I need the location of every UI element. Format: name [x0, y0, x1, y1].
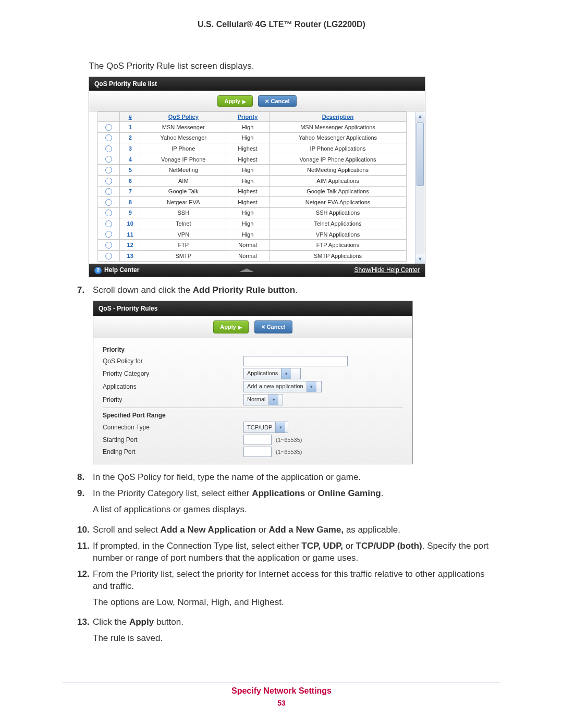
col-num[interactable]: #: [119, 112, 141, 121]
row-radio[interactable]: [98, 251, 120, 262]
button-bar: Apply▶ ✕Cancel: [93, 316, 412, 338]
col-select: [98, 112, 120, 121]
row-number[interactable]: 4: [119, 154, 141, 165]
row-policy: FTP: [141, 240, 226, 251]
row-number[interactable]: 10: [119, 218, 141, 229]
step-12-text: From the Priority list, select the prior…: [93, 569, 500, 613]
qos-policy-for-input[interactable]: [243, 356, 348, 366]
footer-divider: [63, 683, 500, 683]
row-number[interactable]: 9: [119, 207, 141, 218]
row-description: Vonage IP Phone Applications: [269, 154, 406, 165]
row-radio[interactable]: [98, 240, 120, 251]
row-description: SSH Applications: [269, 207, 406, 218]
table-row: 2Yahoo MessengerHighYahoo Messenger Appl…: [98, 132, 407, 143]
col-policy[interactable]: QoS Policy: [141, 112, 226, 121]
row-policy: SSH: [141, 207, 226, 218]
row-description: VPN Applications: [269, 229, 406, 240]
table-row: 8Netgear EVAHighestNetgear EVA Applicati…: [98, 197, 407, 208]
row-number[interactable]: 3: [119, 143, 141, 154]
row-policy: AIM: [141, 175, 226, 186]
col-priority[interactable]: Priority: [226, 112, 270, 121]
step-12-number: 12.: [77, 569, 93, 613]
row-policy: Telnet: [141, 218, 226, 229]
col-description[interactable]: Description: [269, 112, 406, 121]
row-radio[interactable]: [98, 218, 120, 229]
row-radio[interactable]: [98, 207, 120, 218]
row-number[interactable]: 7: [119, 186, 141, 197]
row-policy: VPN: [141, 229, 226, 240]
row-description: IP Phone Applications: [269, 143, 406, 154]
scroll-track[interactable]: [415, 121, 425, 254]
cancel-button[interactable]: ✕Cancel: [254, 320, 292, 334]
apply-arrow-icon: ▶: [238, 325, 242, 330]
row-radio[interactable]: [98, 186, 120, 197]
connection-type-select[interactable]: TCP/UDP▾: [243, 422, 288, 433]
priority-category-select[interactable]: Applications▾: [243, 368, 301, 379]
table-row: 4Vonage IP PhoneHighestVonage IP Phone A…: [98, 154, 407, 165]
row-priority: Highest: [226, 197, 270, 208]
row-policy: Netgear EVA: [141, 197, 226, 208]
row-radio[interactable]: [98, 165, 120, 176]
step-7-number: 7.: [77, 285, 93, 297]
label-priority-category: Priority Category: [103, 369, 243, 378]
row-number[interactable]: 12: [119, 240, 141, 251]
apply-button[interactable]: Apply▶: [217, 95, 253, 107]
row-radio[interactable]: [98, 229, 120, 240]
row-number[interactable]: 2: [119, 132, 141, 143]
show-hide-help-link[interactable]: Show/Hide Help Center: [354, 266, 420, 274]
row-number[interactable]: 8: [119, 197, 141, 208]
row-number[interactable]: 6: [119, 175, 141, 186]
row-radio[interactable]: [98, 154, 120, 165]
ending-port-input[interactable]: [243, 447, 272, 457]
row-radio[interactable]: [98, 197, 120, 208]
row-radio[interactable]: [98, 143, 120, 154]
scroll-up-icon[interactable]: ▲: [415, 112, 425, 121]
row-number[interactable]: 13: [119, 251, 141, 262]
table-row: 12FTPNormalFTP Applications: [98, 240, 407, 251]
step-8-number: 8.: [77, 472, 93, 484]
chevron-down-icon: ▾: [268, 394, 278, 405]
priority-select[interactable]: Normal▾: [243, 394, 283, 405]
row-priority: Normal: [226, 240, 270, 251]
scroll-down-icon[interactable]: ▼: [415, 254, 425, 264]
row-policy: NetMeeting: [141, 165, 226, 176]
apply-button[interactable]: Apply▶: [213, 320, 249, 334]
table-row: 1MSN MessengerHighMSN Messenger Applicat…: [98, 121, 407, 132]
row-priority: High: [226, 132, 270, 143]
step-8-text: In the QoS Policy for field, type the na…: [93, 472, 500, 484]
port-range-heading: Specified Port Range: [103, 411, 403, 419]
row-radio[interactable]: [98, 121, 120, 132]
expand-up-icon[interactable]: [239, 268, 254, 272]
row-description: Netgear EVA Applications: [269, 197, 406, 208]
row-policy: IP Phone: [141, 143, 226, 154]
row-radio[interactable]: [98, 175, 120, 186]
table-row: 5NetMeetingHighNetMeeting Applications: [98, 165, 407, 176]
step-13-number: 13.: [77, 616, 93, 649]
row-priority: Normal: [226, 251, 270, 262]
help-center-link[interactable]: ?Help Center: [94, 266, 139, 274]
qos-rule-table: # QoS Policy Priority Description 1MSN M…: [97, 112, 407, 262]
row-policy: SMTP: [141, 251, 226, 262]
scroll-thumb[interactable]: [417, 122, 424, 186]
applications-select[interactable]: Add a new application▾: [243, 381, 322, 392]
scrollbar[interactable]: ▲ ▼: [415, 112, 425, 264]
row-priority: Highest: [226, 143, 270, 154]
cancel-button[interactable]: ✕Cancel: [258, 95, 296, 107]
table-row: 3IP PhoneHighestIP Phone Applications: [98, 143, 407, 154]
row-description: AIM Applications: [269, 175, 406, 186]
starting-port-hint: (1~65535): [276, 436, 302, 444]
page-header-title: U.S. Cellular® 4G LTE™ Router (LG2200D): [63, 20, 500, 29]
row-description: Google Talk Applications: [269, 186, 406, 197]
footer-section-title: Specify Network Settings: [0, 686, 563, 696]
row-number[interactable]: 1: [119, 121, 141, 132]
starting-port-input[interactable]: [243, 435, 272, 445]
step-11-text: If prompted, in the Connection Type list…: [93, 540, 500, 564]
button-bar: Apply▶ ✕Cancel: [89, 91, 425, 112]
chevron-down-icon: ▾: [275, 422, 285, 433]
row-number[interactable]: 5: [119, 165, 141, 176]
priority-heading: Priority: [103, 346, 403, 354]
row-radio[interactable]: [98, 132, 120, 143]
table-row: 7Google TalkHighestGoogle Talk Applicati…: [98, 186, 407, 197]
label-priority: Priority: [103, 396, 243, 404]
row-number[interactable]: 11: [119, 229, 141, 240]
